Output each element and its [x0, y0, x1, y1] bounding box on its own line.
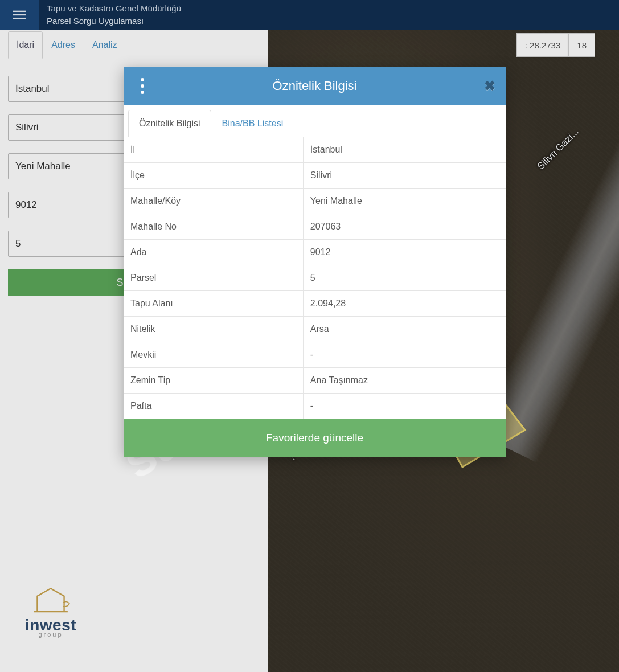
attr-value: 5 — [303, 265, 506, 291]
table-row: Zemin TipAna Taşınmaz — [124, 368, 506, 394]
table-row: Tapu Alanı2.094,28 — [124, 291, 506, 317]
hamburger-icon — [13, 9, 26, 21]
attr-key: Nitelik — [124, 317, 303, 342]
table-row: NitelikArsa — [124, 317, 506, 342]
hamburger-menu-button[interactable] — [0, 0, 39, 30]
table-row: Parsel5 — [124, 265, 506, 291]
attr-key: Pafta — [124, 394, 303, 419]
favorilerde-guncelle-button[interactable]: Favorilerde güncelle — [124, 419, 506, 457]
attr-key: Mahalle/Köy — [124, 189, 303, 214]
attr-key: İl — [124, 137, 303, 163]
attr-key: Mevkii — [124, 342, 303, 368]
attr-key: Mahalle No — [124, 214, 303, 240]
app-header: Tapu ve Kadastro Genel Müdürlüğü Parsel … — [0, 0, 619, 30]
header-subtitle: Parsel Sorgu Uygulaması — [47, 15, 181, 28]
attr-value: Arsa — [303, 317, 506, 342]
header-title: Tapu ve Kadastro Genel Müdürlüğü — [47, 2, 181, 15]
attr-key: Parsel — [124, 265, 303, 291]
attribute-modal: Öznitelik Bilgisi ✖ Öznitelik Bilgisi Bi… — [124, 67, 506, 457]
kebab-icon — [141, 78, 144, 81]
attr-value: İstanbul — [303, 137, 506, 163]
attr-value: 2.094,28 — [303, 291, 506, 317]
svg-rect-2 — [13, 18, 26, 19]
attr-key: Ada — [124, 240, 303, 265]
table-row: Mahalle No207063 — [124, 214, 506, 240]
attribute-table: İlİstanbulİlçeSilivriMahalle/KöyYeni Mah… — [124, 137, 506, 419]
attr-value: - — [303, 394, 506, 419]
table-row: İlİstanbul — [124, 137, 506, 163]
table-row: Ada9012 — [124, 240, 506, 265]
attr-value: 9012 — [303, 240, 506, 265]
modal-tabs: Öznitelik Bilgisi Bina/BB Listesi — [124, 105, 506, 137]
attr-value: Ana Taşınmaz — [303, 368, 506, 394]
attr-key: Zemin Tip — [124, 368, 303, 394]
svg-rect-1 — [13, 14, 26, 15]
attr-value: Silivri — [303, 163, 506, 189]
table-row: Mevkii- — [124, 342, 506, 368]
close-icon: ✖ — [484, 78, 495, 93]
table-row: Mahalle/KöyYeni Mahalle — [124, 189, 506, 214]
table-row: İlçeSilivri — [124, 163, 506, 189]
modal-tab-oznitelik[interactable]: Öznitelik Bilgisi — [128, 110, 211, 137]
modal-title: Öznitelik Bilgisi — [273, 79, 357, 93]
attr-key: İlçe — [124, 163, 303, 189]
attr-value: - — [303, 342, 506, 368]
modal-close-button[interactable]: ✖ — [484, 78, 495, 94]
attr-value: 207063 — [303, 214, 506, 240]
modal-tab-bina[interactable]: Bina/BB Listesi — [211, 110, 294, 137]
svg-rect-0 — [13, 11, 26, 12]
modal-header: Öznitelik Bilgisi ✖ — [124, 67, 506, 105]
attr-key: Tapu Alanı — [124, 291, 303, 317]
modal-menu-button[interactable] — [136, 73, 149, 99]
attr-value: Yeni Mahalle — [303, 189, 506, 214]
table-row: Pafta- — [124, 394, 506, 419]
